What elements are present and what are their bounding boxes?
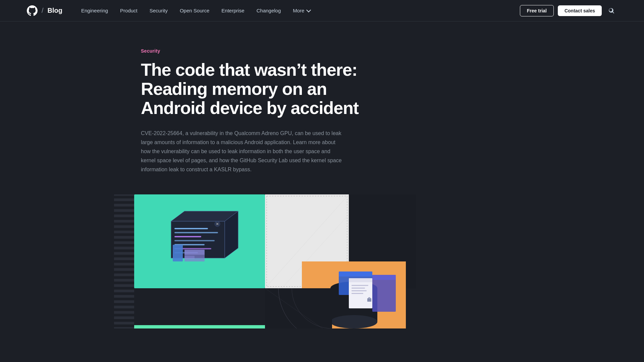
svg-rect-13: [184, 256, 195, 259]
nav-slash: /: [42, 7, 44, 14]
nav-link-security[interactable]: Security: [144, 5, 173, 16]
github-logo-icon: [27, 5, 38, 16]
svg-rect-5: [174, 236, 201, 237]
svg-rect-10: [173, 245, 183, 261]
code-block-svg: [154, 201, 248, 268]
svg-line-36: [265, 288, 332, 328]
nav-link-open-source[interactable]: Open Source: [174, 5, 215, 16]
svg-rect-4: [174, 232, 218, 233]
article-description: CVE-2022-25664, a vulnerability in the Q…: [141, 129, 342, 174]
nav-link-more[interactable]: More: [287, 5, 315, 16]
svg-rect-6: [174, 240, 215, 241]
svg-rect-30: [352, 293, 363, 294]
circle-arc-svg: [265, 288, 332, 328]
svg-rect-3: [174, 228, 208, 229]
nav-actions: Free trial Contact sales: [520, 5, 617, 16]
svg-point-22: [330, 315, 377, 328]
search-icon: [608, 8, 614, 14]
stripes-panel: [114, 194, 134, 328]
nav-link-engineering[interactable]: Engineering: [76, 5, 113, 16]
dark-bottom-left-panel: [265, 288, 332, 328]
nav-logo-area[interactable]: / Blog: [27, 5, 62, 16]
svg-rect-33: [372, 275, 396, 280]
light-bottom-panel: [134, 325, 265, 328]
search-button[interactable]: [606, 5, 617, 16]
nav-links: Engineering Product Security Open Source…: [76, 5, 520, 16]
free-trial-button[interactable]: Free trial: [520, 5, 554, 16]
svg-rect-32: [372, 275, 396, 312]
svg-rect-12: [184, 250, 205, 255]
article-content: Security The code that wasn’t there: Rea…: [114, 21, 416, 174]
contact-sales-button[interactable]: Contact sales: [558, 5, 602, 16]
svg-point-34: [278, 288, 332, 328]
svg-rect-24: [339, 272, 372, 277]
hero-image: [114, 194, 416, 328]
svg-rect-31: [367, 298, 371, 302]
svg-point-35: [292, 288, 332, 328]
more-chevron-icon: [307, 7, 311, 12]
illustration: [114, 194, 406, 328]
nav-link-enterprise[interactable]: Enterprise: [216, 5, 250, 16]
svg-rect-28: [352, 288, 365, 289]
article-title: The code that wasn’t there: Reading memo…: [141, 60, 389, 118]
nav-blog-label: Blog: [48, 7, 62, 14]
navbar: / Blog Engineering Product Security Open…: [0, 0, 644, 21]
svg-rect-26: [349, 278, 372, 282]
nav-link-changelog[interactable]: Changelog: [251, 5, 286, 16]
svg-rect-29: [352, 290, 367, 291]
article-category: Security: [141, 48, 389, 54]
teal-panel: [134, 194, 265, 288]
svg-rect-27: [352, 285, 368, 286]
nav-link-product[interactable]: Product: [115, 5, 143, 16]
